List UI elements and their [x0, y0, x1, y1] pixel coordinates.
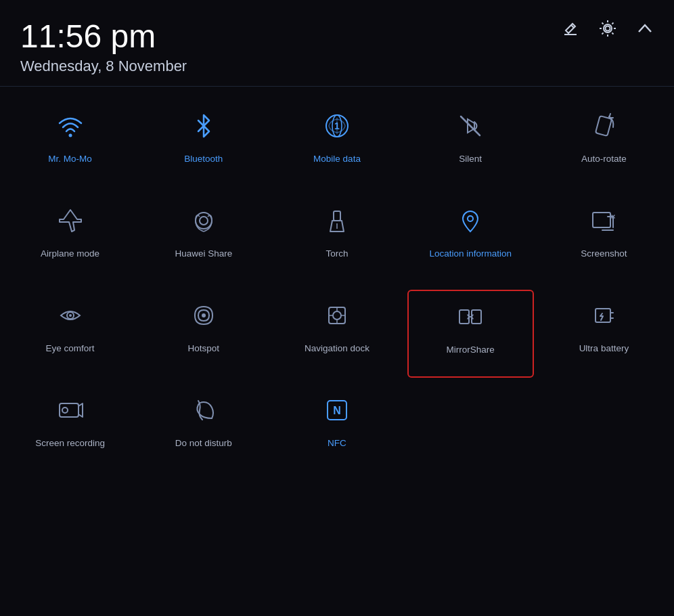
svg-point-22 [202, 313, 206, 317]
tile-mobile-data-label: Mobile data [313, 153, 361, 165]
tile-location-label: Location information [429, 248, 512, 260]
svg-point-32 [62, 408, 68, 413]
tile-torch[interactable]: Torch [273, 195, 400, 283]
tile-huawei-share-label: Huawei Share [175, 248, 232, 260]
bluetooth-icon [189, 111, 219, 145]
nav-dock-icon [322, 301, 352, 334]
tile-hotspot-label: Hotspot [188, 343, 220, 355]
tile-nfc-label: NFC [328, 437, 346, 449]
svg-point-21 [69, 314, 72, 317]
tile-eye-comfort[interactable]: Eye comfort [7, 290, 133, 378]
tile-screenshot[interactable]: Screenshot [541, 195, 667, 283]
wifi-icon [55, 111, 85, 145]
tile-mirrorshare-label: MirrorShare [447, 344, 495, 356]
tile-location[interactable]: Location information [407, 195, 534, 283]
mirrorshare-icon [455, 302, 485, 336]
tile-mirrorshare[interactable]: MirrorShare [407, 290, 534, 378]
svg-rect-25 [459, 310, 469, 324]
huawei-share-icon [189, 206, 219, 240]
tile-auto-rotate[interactable]: Auto-rotate [541, 100, 667, 188]
tile-nfc[interactable]: N NFC [273, 384, 400, 472]
tile-do-not-disturb[interactable]: Do not disturb [140, 384, 267, 472]
airplane-icon [55, 206, 85, 240]
tile-screenshot-label: Screenshot [581, 248, 627, 260]
silent-icon [455, 111, 485, 145]
tile-ultra-battery-label: Ultra battery [579, 343, 629, 355]
tile-wifi[interactable]: Mr. Mo-Mo [7, 100, 133, 188]
location-icon [455, 206, 485, 240]
svg-rect-8 [596, 116, 612, 136]
settings-icon[interactable] [598, 19, 617, 43]
svg-point-1 [606, 26, 610, 31]
torch-icon [322, 206, 352, 240]
eye-comfort-icon [55, 301, 85, 334]
collapse-icon[interactable] [636, 20, 654, 42]
svg-point-13 [468, 216, 473, 221]
date-display: Wednesday, 8 November [20, 58, 654, 75]
tile-wifi-label: Mr. Mo-Mo [48, 153, 92, 165]
nfc-icon: N [322, 395, 352, 429]
tile-do-not-disturb-label: Do not disturb [175, 437, 232, 449]
tile-silent-label: Silent [459, 153, 482, 165]
do-not-disturb-icon [189, 395, 219, 429]
header-actions [562, 19, 654, 43]
svg-rect-26 [472, 310, 481, 324]
screen-recording-icon [55, 395, 85, 429]
header: 11:56 pm Wednesday, 8 November [0, 0, 674, 87]
svg-point-3 [68, 133, 72, 137]
quick-settings-grid: Mr. Mo-Mo Bluetooth 1 Mobile data [0, 87, 674, 486]
svg-point-10 [200, 217, 208, 225]
time-display: 11:56 pm [20, 19, 654, 55]
tile-auto-rotate-label: Auto-rotate [581, 153, 627, 165]
tile-airplane-label: Airplane mode [41, 248, 99, 260]
tile-mobile-data[interactable]: 1 Mobile data [273, 100, 400, 188]
tile-eye-comfort-label: Eye comfort [46, 343, 95, 355]
tile-nav-dock-label: Navigation dock [305, 343, 369, 355]
edit-icon[interactable] [562, 20, 579, 42]
tile-screen-recording-label: Screen recording [35, 437, 105, 449]
tile-torch-label: Torch [325, 248, 348, 260]
tile-bluetooth[interactable]: Bluetooth [140, 100, 267, 188]
tile-airplane[interactable]: Airplane mode [7, 195, 133, 283]
tile-huawei-share[interactable]: Huawei Share [140, 195, 267, 283]
screenshot-icon [589, 206, 619, 240]
svg-rect-11 [334, 211, 340, 221]
hotspot-icon [189, 301, 219, 334]
tile-ultra-battery[interactable]: Ultra battery [541, 290, 667, 378]
svg-text:N: N [333, 405, 341, 416]
svg-point-24 [333, 311, 341, 320]
tile-nav-dock[interactable]: Navigation dock [273, 290, 400, 378]
tile-screen-recording[interactable]: Screen recording [7, 384, 133, 472]
svg-rect-14 [593, 213, 610, 227]
tile-silent[interactable]: Silent [407, 100, 534, 188]
tile-hotspot[interactable]: Hotspot [140, 290, 267, 378]
auto-rotate-icon [589, 111, 619, 145]
ultra-battery-icon [589, 301, 619, 334]
tile-bluetooth-label: Bluetooth [184, 153, 223, 165]
mobile-data-icon: 1 [322, 111, 352, 145]
